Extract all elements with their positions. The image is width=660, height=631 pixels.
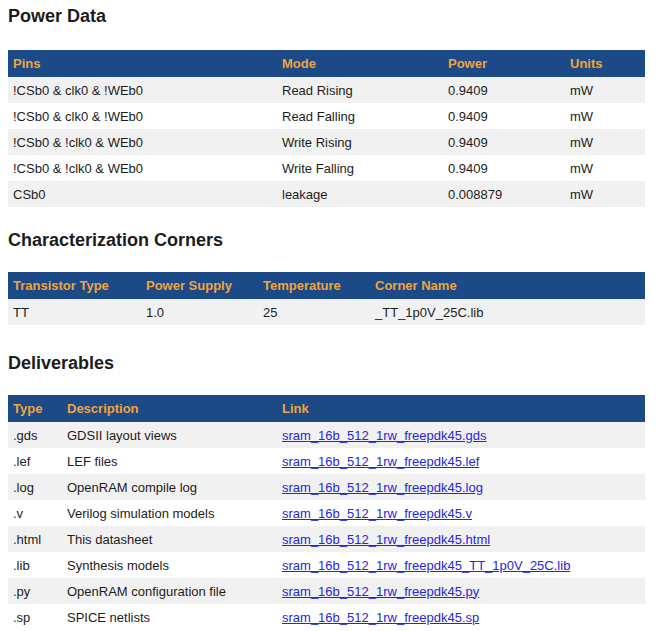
deliverables-table-header: Type Description Link — [8, 395, 645, 422]
table-row: CSb0 leakage 0.008879 mW — [8, 181, 645, 207]
link-gds[interactable]: sram_16b_512_1rw_freepdk45.gds — [282, 428, 487, 443]
header-row: Transistor Type Power Supply Temperature… — [8, 272, 645, 299]
cell-description: OpenRAM compile log — [62, 474, 277, 500]
table-row: !CSb0 & !clk0 & WEb0 Write Falling 0.940… — [8, 155, 645, 181]
cell-description: SPICE netlists — [62, 604, 277, 630]
datasheet-page: Power Data Pins Mode Power Units !CSb0 &… — [0, 5, 660, 630]
link-py[interactable]: sram_16b_512_1rw_freepdk45.py — [282, 584, 479, 599]
column-header-corner-name: Corner Name — [370, 272, 645, 299]
cell-mode: Write Falling — [277, 155, 443, 181]
table-row: .lib Synthesis models sram_16b_512_1rw_f… — [8, 552, 645, 578]
cell-transistor-type: TT — [8, 299, 141, 325]
table-row: .html This datasheet sram_16b_512_1rw_fr… — [8, 526, 645, 552]
cell-power: 0.008879 — [443, 181, 565, 207]
cell-type: .log — [8, 474, 62, 500]
link-verilog[interactable]: sram_16b_512_1rw_freepdk45.v — [282, 506, 472, 521]
cell-description: Verilog simulation models — [62, 500, 277, 526]
power-data-table-header: Pins Mode Power Units — [8, 50, 645, 77]
corners-table-header: Transistor Type Power Supply Temperature… — [8, 272, 645, 299]
cell-description: This datasheet — [62, 526, 277, 552]
cell-description: Synthesis models — [62, 552, 277, 578]
cell-mode: Read Rising — [277, 77, 443, 103]
cell-type: .gds — [8, 422, 62, 448]
column-header-power-supply: Power Supply — [141, 272, 258, 299]
cell-units: mW — [565, 129, 645, 155]
cell-type: .py — [8, 578, 62, 604]
cell-power: 0.9409 — [443, 129, 565, 155]
cell-pins: !CSb0 & clk0 & !WEb0 — [8, 77, 277, 103]
cell-units: mW — [565, 77, 645, 103]
table-row: !CSb0 & clk0 & !WEb0 Read Falling 0.9409… — [8, 103, 645, 129]
characterization-corners-section-title: Characterization Corners — [8, 229, 645, 251]
table-row: .v Verilog simulation models sram_16b_51… — [8, 500, 645, 526]
cell-type: .sp — [8, 604, 62, 630]
table-row: !CSb0 & !clk0 & WEb0 Write Rising 0.9409… — [8, 129, 645, 155]
cell-mode: Read Falling — [277, 103, 443, 129]
cell-mode: leakage — [277, 181, 443, 207]
cell-temperature: 25 — [258, 299, 370, 325]
link-html[interactable]: sram_16b_512_1rw_freepdk45.html — [282, 532, 490, 547]
deliverables-table: Type Description Link .gds GDSII layout … — [8, 395, 645, 630]
column-header-pins: Pins — [8, 50, 277, 77]
column-header-description: Description — [62, 395, 277, 422]
table-row: .log OpenRAM compile log sram_16b_512_1r… — [8, 474, 645, 500]
link-lib[interactable]: sram_16b_512_1rw_freepdk45_TT_1p0V_25C.l… — [282, 558, 570, 573]
characterization-corners-table: Transistor Type Power Supply Temperature… — [8, 272, 645, 325]
cell-type: .v — [8, 500, 62, 526]
cell-mode: Write Rising — [277, 129, 443, 155]
cell-units: mW — [565, 155, 645, 181]
cell-power: 0.9409 — [443, 103, 565, 129]
deliverables-section-title: Deliverables — [8, 352, 645, 374]
cell-description: OpenRAM configuration file — [62, 578, 277, 604]
cell-units: mW — [565, 103, 645, 129]
table-row: .lef LEF files sram_16b_512_1rw_freepdk4… — [8, 448, 645, 474]
cell-pins: !CSb0 & clk0 & !WEb0 — [8, 103, 277, 129]
cell-description: LEF files — [62, 448, 277, 474]
column-header-type: Type — [8, 395, 62, 422]
cell-power-supply: 1.0 — [141, 299, 258, 325]
power-data-section-title: Power Data — [8, 5, 645, 27]
table-row: TT 1.0 25 _TT_1p0V_25C.lib — [8, 299, 645, 325]
header-row: Pins Mode Power Units — [8, 50, 645, 77]
cell-pins: !CSb0 & !clk0 & WEb0 — [8, 129, 277, 155]
cell-type: .lef — [8, 448, 62, 474]
cell-type: .lib — [8, 552, 62, 578]
table-row: .sp SPICE netlists sram_16b_512_1rw_free… — [8, 604, 645, 630]
header-row: Type Description Link — [8, 395, 645, 422]
cell-type: .html — [8, 526, 62, 552]
column-header-link: Link — [277, 395, 645, 422]
cell-pins: !CSb0 & !clk0 & WEb0 — [8, 155, 277, 181]
column-header-transistor-type: Transistor Type — [8, 272, 141, 299]
power-data-table: Pins Mode Power Units !CSb0 & clk0 & !WE… — [8, 50, 645, 207]
link-sp[interactable]: sram_16b_512_1rw_freepdk45.sp — [282, 610, 479, 625]
column-header-power: Power — [443, 50, 565, 77]
cell-power: 0.9409 — [443, 155, 565, 181]
link-log[interactable]: sram_16b_512_1rw_freepdk45.log — [282, 480, 483, 495]
cell-description: GDSII layout views — [62, 422, 277, 448]
cell-pins: CSb0 — [8, 181, 277, 207]
column-header-mode: Mode — [277, 50, 443, 77]
column-header-units: Units — [565, 50, 645, 77]
column-header-temperature: Temperature — [258, 272, 370, 299]
cell-units: mW — [565, 181, 645, 207]
cell-power: 0.9409 — [443, 77, 565, 103]
table-row: .py OpenRAM configuration file sram_16b_… — [8, 578, 645, 604]
table-row: !CSb0 & clk0 & !WEb0 Read Rising 0.9409 … — [8, 77, 645, 103]
table-row: .gds GDSII layout views sram_16b_512_1rw… — [8, 422, 645, 448]
link-lef[interactable]: sram_16b_512_1rw_freepdk45.lef — [282, 454, 479, 469]
cell-corner-name: _TT_1p0V_25C.lib — [370, 299, 645, 325]
